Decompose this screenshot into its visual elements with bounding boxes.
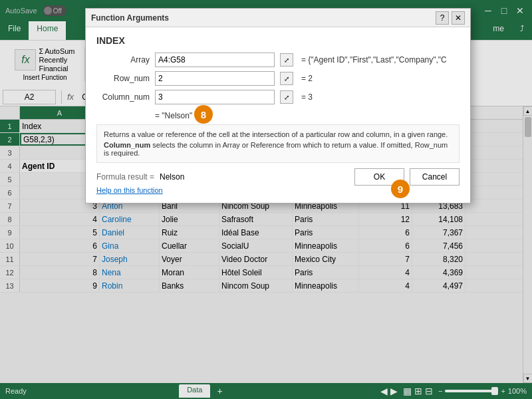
dialog-desc-label: Column_num: [104, 141, 150, 149]
dialog-field-row_num: Row_num⤢= 2: [96, 71, 460, 86]
field-expand-column_num[interactable]: ⤢: [280, 90, 293, 104]
dialog-close-button[interactable]: ✕: [452, 11, 465, 25]
function-name: INDEX: [96, 35, 460, 46]
dialog-desc-detail: Column_num selects the column in Array o…: [104, 141, 452, 157]
dialog-desc-detail-text: selects the column in Array or Reference…: [104, 141, 448, 157]
help-link[interactable]: Help on this function: [96, 186, 163, 194]
field-expand-row_num[interactable]: ⤢: [280, 72, 293, 85]
field-input-array[interactable]: [155, 53, 275, 67]
dialog-help-button[interactable]: ?: [436, 11, 449, 25]
field-label-row_num: Row_num: [96, 74, 150, 83]
field-input-column_num[interactable]: [155, 90, 275, 104]
dialog-body: INDEX Array⤢= {"Agent ID","First","Last"…: [86, 27, 470, 203]
dialog-title: Function Arguments: [91, 13, 169, 23]
field-label-array: Array: [96, 55, 150, 65]
field-result-column_num: = 3: [301, 92, 313, 102]
formula-result-value: Nelson: [160, 172, 184, 182]
field-result-array: = {"Agent ID","First","Last","Company","…: [301, 55, 447, 65]
dialog-field-column_num: Column_num⤢= 3: [96, 90, 460, 104]
function-arguments-dialog: Function Arguments ? ✕ INDEX Array⤢= {"A…: [85, 8, 471, 203]
dialog-fields: Array⤢= {"Agent ID","First","Last","Comp…: [96, 53, 460, 104]
field-input-row_num[interactable]: [155, 71, 275, 86]
formula-result-label: Formula result =: [96, 172, 154, 182]
dialog-controls: ? ✕: [436, 11, 465, 25]
step-badge-9: 9: [391, 180, 410, 198]
dialog-desc-main: Returns a value or reference of the cell…: [104, 130, 452, 138]
step-badge-8: 8: [194, 105, 213, 124]
formula-result-line: Formula result = Nelson: [96, 172, 184, 182]
field-label-column_num: Column_num: [96, 92, 150, 102]
dialog-cancel-button[interactable]: Cancel: [410, 168, 460, 186]
field-expand-array[interactable]: ⤢: [280, 53, 293, 66]
dialog-description-box: Returns a value or reference of the cell…: [96, 124, 460, 163]
field-result-row_num: = 2: [301, 74, 313, 83]
dialog-titlebar: Function Arguments ? ✕: [86, 9, 470, 27]
dialog-field-array: Array⤢= {"Agent ID","First","Last","Comp…: [96, 53, 460, 67]
